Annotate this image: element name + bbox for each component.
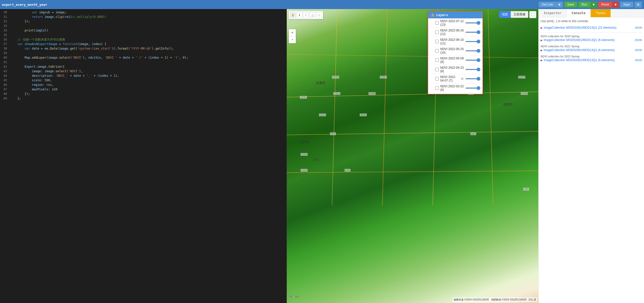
layer-item-0[interactable]: NDVI 2022-07-12 (13)	[428, 18, 482, 28]
get-link-arrow[interactable]: ▼	[556, 2, 563, 8]
map-type-map[interactable]: 地图	[499, 11, 511, 18]
map-attribution: 健豪快递 ©2024 GS(2011)6020 地图数据 ©2024 GS(20…	[453, 297, 537, 302]
layer-checkbox-6[interactable]	[435, 77, 439, 81]
code-line-39: 39	[0, 51, 287, 55]
json-link-3[interactable]: JSON	[635, 59, 642, 62]
toolbar-actions: Get Link ▼ Save Run ▼ Reset ▼ Apps ⚙	[539, 2, 642, 8]
road-g346: G346	[369, 92, 376, 95]
run-arrow[interactable]: ▼	[590, 2, 597, 8]
layer-checkbox-0[interactable]	[435, 21, 439, 25]
layer-item-2[interactable]: NDVI 2022-06-10 (11)	[428, 37, 482, 46]
code-line-37: 37 var showAndExportImage = function(ima…	[0, 42, 287, 46]
layer-gear-icon-6[interactable]: ⚙	[461, 77, 464, 81]
lock-icon: 🔒	[431, 13, 435, 17]
layer-name-4: NDVI 2022-05-09 (9)	[440, 57, 464, 64]
hand-tool[interactable]: ✋	[290, 12, 296, 18]
google-logo: Google	[289, 295, 298, 298]
entry-header-1[interactable]: ▶ ImageCollection MODIS/061/MOD13Q1 (6 e…	[541, 38, 642, 42]
apps-button[interactable]: Apps	[620, 2, 633, 8]
console-content[interactable]: Use print(...) to write to this console.…	[539, 17, 644, 303]
tab-tasks[interactable]: Tasks	[591, 9, 611, 17]
layer-opacity-slider-2[interactable]	[465, 41, 480, 42]
layer-item-3[interactable]: NDVI 2022-05-25 (10)	[428, 46, 482, 56]
code-line-32: 32 });	[0, 19, 287, 24]
layer-checkbox-7[interactable]	[435, 86, 439, 90]
layer-item-1[interactable]: NDVI 2022-06-26 (12)	[428, 28, 482, 37]
layer-name-3: NDVI 2022-05-25 (10)	[440, 47, 464, 54]
tab-console[interactable]: Console	[567, 9, 591, 17]
layer-opacity-slider-1[interactable]	[465, 32, 480, 33]
reset-button[interactable]: Reset	[598, 2, 612, 8]
fullscreen-button[interactable]: ⛶	[529, 11, 536, 18]
layer-item-4[interactable]: NDVI 2022-05-09 (9)	[428, 56, 482, 65]
json-link-2[interactable]: JSON	[635, 49, 642, 52]
tab-inspector[interactable]: Inspector	[539, 9, 567, 17]
line-tool[interactable]: /	[303, 12, 309, 18]
layer-name-5: NDVI 2022-04-23 (8)	[440, 66, 464, 73]
info-tool[interactable]: ℹ	[296, 12, 302, 18]
layer-item-6[interactable]: NDVI 2022-04-07 (7)⚙	[428, 74, 482, 84]
rect-tool[interactable]: □	[316, 12, 322, 18]
entry-header-3[interactable]: ▶ ImageCollection MODIS/061/MOD13Q1 (6 e…	[541, 58, 642, 62]
code-line-45: 45 scale: 500,	[0, 78, 287, 83]
layer-item-5[interactable]: NDVI 2022-04-23 (8)	[428, 65, 482, 74]
layers-list[interactable]: NDVI 2022-07-12 (13)NDVI 2022-06-26 (12)…	[428, 18, 482, 94]
entry-text-2: ImageCollection MODIS/061/MOD13Q1 (6 ele…	[544, 48, 615, 52]
map-type-satellite[interactable]: 卫星图像	[511, 11, 528, 18]
project-title: export_every_month_year	[2, 3, 537, 7]
code-editor[interactable]: 30 var imgsub = image; 31 return image.c…	[0, 9, 287, 303]
layer-opacity-slider-4[interactable]	[465, 60, 480, 61]
layer-name-1: NDVI 2022-06-26 (12)	[440, 29, 464, 36]
road-g65: G65	[330, 132, 336, 135]
entry-label-2: NDVI collection for 2021 Spring:	[541, 45, 642, 48]
entry-header-0[interactable]: ▶ ImageCollection MODIS/061/MOD13Q1 (23 …	[541, 26, 642, 29]
map-area[interactable]: ✋ ℹ / △ □ + − 地图 卫星图像 ⛶ 安康市 信阳市 达州市 铜陵市 …	[287, 9, 538, 303]
zoom-in-button[interactable]: +	[289, 29, 296, 36]
code-line-41: 41	[0, 60, 287, 64]
layer-item-7[interactable]: NDVI 2022-03-22 (6)	[428, 84, 482, 93]
get-link-button[interactable]: Get Link	[539, 2, 556, 8]
entry-header-2[interactable]: ▶ ImageCollection MODIS/061/MOD13Q1 (6 e…	[541, 48, 642, 52]
layer-checkbox-4[interactable]	[435, 58, 439, 62]
layer-checkbox-2[interactable]	[435, 40, 439, 43]
console-entry-1: NDVI collection for 2020 Spring: ▶ Image…	[541, 35, 642, 42]
reset-arrow[interactable]: ▼	[612, 2, 619, 8]
code-line-34: 34 print(imgCol)	[0, 28, 287, 33]
save-button[interactable]: Save	[564, 2, 577, 8]
road-g318: G318	[301, 153, 308, 156]
code-line-42: 42 Export.image.toDrive({	[0, 64, 287, 69]
entry-label-3: NDVI collection for 2022 Spring:	[541, 55, 642, 58]
city-dazhou: 达州市	[299, 140, 309, 144]
layer-opacity-slider-6[interactable]	[465, 78, 480, 79]
layer-checkbox-3[interactable]	[435, 49, 439, 53]
code-line-38: 38 var date = ee.Date(image.get('system:…	[0, 46, 287, 51]
main-content: 30 var imgsub = image; 31 return image.c…	[0, 9, 644, 303]
settings-button[interactable]: ⚙	[634, 2, 642, 8]
city-ankang: 安康市	[316, 81, 326, 85]
json-link-1[interactable]: JSON	[635, 39, 642, 42]
panel-tabs: Inspector Console Tasks	[539, 9, 644, 17]
code-area: 30 var imgsub = image; 31 return image.c…	[0, 9, 287, 102]
road-g319: G319	[380, 76, 387, 79]
right-panel: Inspector Console Tasks Use print(...) t…	[538, 9, 644, 303]
console-entry-2: NDVI collection for 2021 Spring: ▶ Image…	[541, 45, 642, 52]
run-button[interactable]: Run	[578, 2, 590, 8]
code-line-49: 49 };	[0, 96, 287, 101]
json-link-0[interactable]: JSON	[635, 26, 642, 29]
layer-opacity-slider-5[interactable]	[465, 69, 480, 70]
layer-opacity-slider-3[interactable]	[465, 50, 480, 51]
layer-name-7: NDVI 2022-03-22 (6)	[440, 85, 464, 92]
layer-item-8[interactable]: NDVI 2022-03-06 (5)	[428, 93, 482, 94]
polygon-tool[interactable]: △	[309, 12, 315, 18]
layer-checkbox-5[interactable]	[435, 68, 439, 71]
road-g318-2: G318	[301, 169, 308, 172]
layer-name-0: NDVI 2022-07-12 (13)	[440, 19, 464, 26]
code-line-40: 40 Map.addLayer(image.select('NDVI'), nd…	[0, 55, 287, 60]
layer-opacity-slider-7[interactable]	[465, 88, 480, 89]
layer-opacity-slider-0[interactable]	[465, 22, 480, 23]
zoom-out-button[interactable]: −	[289, 36, 296, 43]
code-line-47: 47 maxPixels: 1e9	[0, 87, 287, 92]
code-line-36: 36 // 创建一个函数来显示并导出图像	[0, 37, 287, 42]
road-g210: G210	[319, 113, 326, 116]
layer-checkbox-1[interactable]	[435, 30, 439, 34]
